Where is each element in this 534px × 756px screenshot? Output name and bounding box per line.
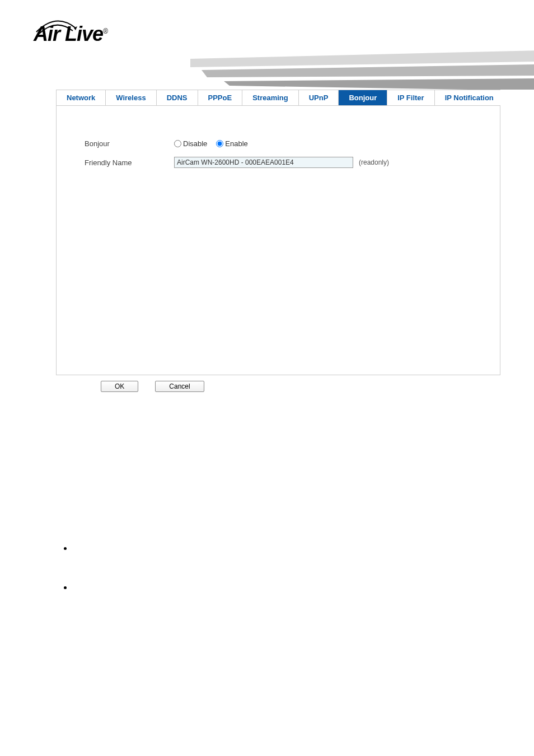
tab-ipfilter[interactable]: IP Filter: [387, 90, 434, 105]
readonly-hint: (readonly): [359, 158, 389, 166]
form-area: Bonjour Disable Enable Friendly Name (re…: [57, 106, 500, 375]
friendly-name-label: Friendly Name: [85, 158, 174, 167]
list-item: [73, 543, 534, 582]
brand-logo: Air Live®: [34, 22, 534, 46]
cancel-button[interactable]: Cancel: [155, 381, 204, 392]
doc-bullets: [73, 543, 534, 592]
registered-icon: ®: [103, 27, 107, 35]
svg-marker-0: [190, 50, 534, 67]
tab-ddns[interactable]: DDNS: [157, 90, 198, 105]
bonjour-disable-radio[interactable]: [174, 140, 181, 147]
logo-arc-icon: [34, 18, 78, 35]
tab-bonjour[interactable]: Bonjour: [339, 90, 387, 105]
bonjour-disable-option[interactable]: Disable: [174, 139, 207, 148]
tab-wireless[interactable]: Wireless: [106, 90, 156, 105]
swoosh-decoration: [190, 50, 534, 90]
button-bar: OK Cancel: [101, 381, 534, 398]
enable-label: Enable: [225, 139, 247, 148]
tab-upnp[interactable]: UPnP: [299, 90, 339, 105]
list-item: [73, 582, 534, 592]
tab-streaming[interactable]: Streaming: [242, 90, 299, 105]
bonjour-row: Bonjour Disable Enable: [85, 139, 477, 148]
tab-ipnotification[interactable]: IP Notification: [435, 90, 504, 105]
ok-button[interactable]: OK: [101, 381, 138, 392]
disable-label: Disable: [183, 139, 207, 148]
friendly-name-row: Friendly Name (readonly): [85, 157, 477, 168]
tab-network[interactable]: Network: [57, 90, 106, 105]
tab-bar: Network Wireless DDNS PPPoE Streaming UP…: [57, 90, 500, 106]
bonjour-enable-radio[interactable]: [216, 140, 223, 147]
bonjour-enable-option[interactable]: Enable: [216, 139, 247, 148]
content-panel: Network Wireless DDNS PPPoE Streaming UP…: [56, 90, 500, 375]
page: Air Live® Network Wireless DDNS PPPoE St…: [0, 0, 534, 756]
tab-pppoe[interactable]: PPPoE: [198, 90, 243, 105]
svg-marker-2: [224, 78, 534, 90]
bonjour-label: Bonjour: [85, 139, 174, 148]
friendly-name-input[interactable]: [174, 157, 353, 168]
bonjour-radio-group: Disable Enable: [174, 139, 254, 148]
svg-marker-1: [202, 64, 534, 77]
